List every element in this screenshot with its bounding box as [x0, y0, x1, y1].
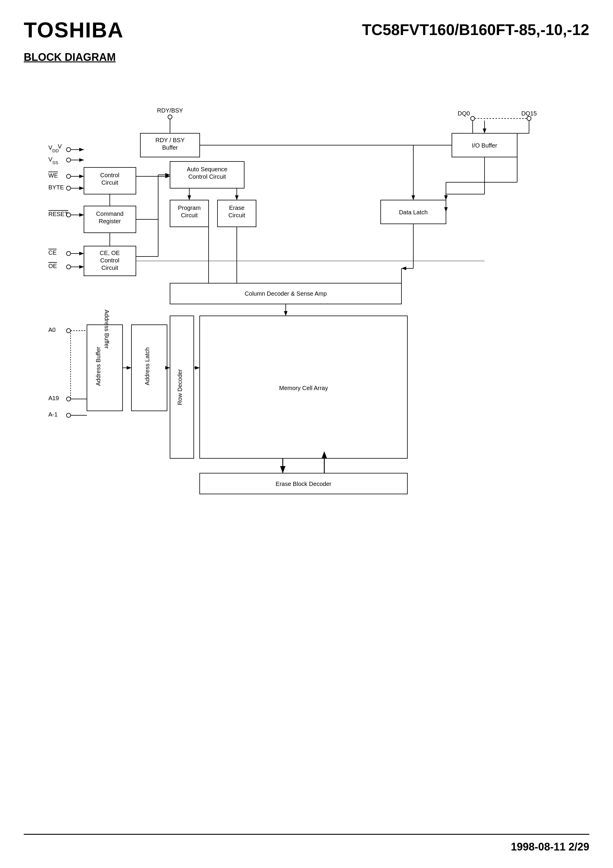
erase-label-2: Circuit — [229, 212, 245, 219]
ce-oe-label-2: Control — [100, 257, 119, 264]
col-decoder-label: Column Decoder & Sense Amp — [245, 290, 327, 297]
ce-label: CE — [48, 250, 57, 256]
rdy-bsy-pin-circle — [168, 115, 172, 119]
header: TOSHIBA TC58FVT160/B160FT-85,-10,-12 — [24, 18, 589, 42]
addr-buffer-v-label: Address Buffer — [104, 310, 110, 349]
vdd-pin — [67, 147, 71, 152]
row-decoder-label-v: Row Decoder — [176, 369, 183, 405]
byte-label: BYTE — [48, 184, 64, 191]
diagram-svg: text { font-family: Arial, Helvetica, sa… — [25, 81, 588, 705]
command-reg-label-2: Register — [99, 218, 121, 225]
toshiba-logo: TOSHIBA — [24, 18, 124, 42]
vss-pin — [67, 158, 71, 162]
auto-seq-label-1: Auto Sequence — [187, 166, 228, 172]
byte-pin — [67, 186, 71, 190]
dq0-label: DQ0 — [458, 110, 470, 117]
memory-cell-label: Memory Cell Array — [279, 385, 328, 391]
command-reg-label-1: Command — [96, 211, 124, 217]
vdd-full-label: VDD — [48, 144, 59, 153]
footer: 1998-08-11 2/29 — [24, 834, 589, 853]
a19-pin — [67, 397, 71, 401]
erase-block-label: Erase Block Decoder — [276, 480, 331, 487]
control-circuit-label-2: Circuit — [102, 179, 118, 186]
a0-pin — [67, 329, 71, 333]
reset-label: RESET — [48, 211, 68, 217]
we-pin — [67, 174, 71, 178]
block-diagram: text { font-family: Arial, Helvetica, sa… — [25, 81, 588, 705]
vss-label: VSS — [48, 156, 58, 165]
auto-seq-label-2: Control Circuit — [189, 174, 226, 180]
dq15-pin — [527, 116, 531, 121]
dq15-label: DQ15 — [521, 110, 537, 117]
ce-oe-label-1: CE, OE — [100, 250, 120, 256]
oe-label: OE — [48, 263, 57, 269]
a-1-pin — [67, 413, 71, 417]
a19-label: A19 — [48, 395, 59, 401]
data-latch-label: Data Latch — [399, 209, 428, 215]
rdy-bsy-buffer-label-2: Buffer — [162, 144, 178, 151]
ce-oe-label-3: Circuit — [102, 265, 118, 271]
section-title: BLOCK DIAGRAM — [24, 51, 589, 64]
control-circuit-label-1: Control — [100, 172, 119, 178]
erase-label-1: Erase — [229, 205, 245, 211]
io-buffer-label: I/O Buffer — [472, 142, 497, 149]
document-title: TC58FVT160/B160FT-85,-10,-12 — [362, 21, 589, 39]
ce-pin — [67, 251, 71, 256]
program-label-2: Circuit — [181, 212, 198, 219]
oe-pin — [67, 265, 71, 269]
page: TOSHIBA TC58FVT160/B160FT-85,-10,-12 BLO… — [0, 0, 613, 868]
rdy-bsy-buffer-label-1: RDY / BSY — [155, 137, 185, 143]
we-label: WE — [48, 172, 58, 179]
rdy-bsy-pin-label: RDY/BSY — [157, 107, 183, 114]
a-1-label: A-1 — [48, 411, 57, 418]
addr-buffer-label-v: Address Buffer — [95, 347, 102, 386]
program-label-1: Program — [178, 205, 201, 211]
addr-latch-label-v: Address Latch — [144, 347, 150, 385]
a0-label: A0 — [48, 327, 56, 333]
footer-text: 1998-08-11 2/29 — [511, 841, 589, 853]
dq0-pin — [471, 116, 475, 121]
